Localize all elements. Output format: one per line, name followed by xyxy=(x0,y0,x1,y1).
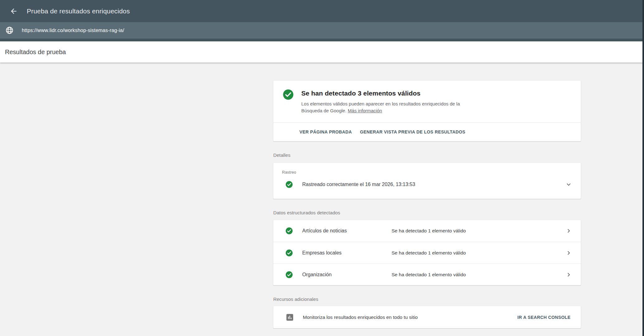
structured-data-row-organization[interactable]: Organización Se ha detectado 1 elemento … xyxy=(273,264,581,285)
resources-section-label: Recursos adicionales xyxy=(273,296,581,302)
bar-chart-icon xyxy=(286,313,294,321)
url-bar[interactable]: https://www.lidr.co/workshop-sistemas-ra… xyxy=(0,22,644,39)
crawl-status-row[interactable]: Rastreado correctamente el 16 mar 2026, … xyxy=(273,175,581,194)
structured-type-status: Se ha detectado 1 elemento válido xyxy=(392,250,466,256)
structured-type-name: Empresas locales xyxy=(302,250,392,256)
structured-data-section-label: Datos estructurados detectados xyxy=(273,210,581,215)
structured-data-row-news-articles[interactable]: Artículos de noticias Se ha detectado 1 … xyxy=(273,220,581,242)
structured-data-card: Artículos de noticias Se ha detectado 1 … xyxy=(273,220,581,285)
valid-check-icon xyxy=(285,249,293,257)
crawl-group-label: Rastreo xyxy=(273,170,581,175)
summary-text: Se han detectado 3 elementos válidos Los… xyxy=(301,89,480,114)
rich-results-test-window: Prueba de resultados enriquecidos https:… xyxy=(0,0,644,336)
crawl-status-text: Rastreado correctamente el 16 mar 2026, … xyxy=(302,182,415,187)
chevron-down-icon xyxy=(565,181,572,188)
go-to-search-console-button[interactable]: IR A SEARCH CONSOLE xyxy=(515,312,573,322)
chevron-right-icon xyxy=(565,227,572,235)
scrollbar[interactable] xyxy=(642,0,644,336)
more-info-link[interactable]: Más información xyxy=(348,108,382,113)
summary-body: Se han detectado 3 elementos válidos Los… xyxy=(273,81,581,122)
summary-title: Se han detectado 3 elementos válidos xyxy=(301,90,480,97)
structured-data-row-local-business[interactable]: Empresas locales Se ha detectado 1 eleme… xyxy=(273,242,581,264)
resources-item-text: Monitoriza los resultados enriquecidos e… xyxy=(303,315,418,320)
app-title: Prueba de resultados enriquecidos xyxy=(27,7,130,15)
results-column: Se han detectado 3 elementos válidos Los… xyxy=(273,63,581,328)
summary-card: Se han detectado 3 elementos válidos Los… xyxy=(273,81,581,141)
resources-card: Monitoriza los resultados enriquecidos e… xyxy=(273,306,581,328)
preview-results-button[interactable]: GENERAR VISTA PREVIA DE LOS RESULTADOS xyxy=(357,127,468,137)
crawl-check-icon xyxy=(285,181,293,188)
chevron-right-icon xyxy=(565,271,572,278)
view-tested-page-button[interactable]: VER PÁGINA PROBADA xyxy=(297,127,354,137)
valid-check-icon xyxy=(285,227,293,235)
tested-url: https://www.lidr.co/workshop-sistemas-ra… xyxy=(22,28,124,33)
valid-check-icon xyxy=(285,271,293,278)
summary-description: Los elementos válidos pueden aparecer en… xyxy=(301,100,480,114)
chevron-right-icon xyxy=(565,249,572,257)
summary-actions: VER PÁGINA PROBADA GENERAR VISTA PREVIA … xyxy=(273,122,581,141)
structured-type-status: Se ha detectado 1 elemento válido xyxy=(392,228,466,234)
content-area: Se han detectado 3 elementos válidos Los… xyxy=(0,63,644,336)
results-toolbar: Resultados de prueba xyxy=(0,41,644,63)
structured-type-name: Artículos de noticias xyxy=(302,228,392,234)
arrow-back-icon xyxy=(10,7,18,15)
back-button[interactable] xyxy=(7,5,20,17)
structured-type-name: Organización xyxy=(302,272,392,278)
success-check-icon xyxy=(283,89,294,100)
details-section-label: Detalles xyxy=(273,152,581,158)
structured-type-status: Se ha detectado 1 elemento válido xyxy=(392,272,466,278)
app-header: Prueba de resultados enriquecidos xyxy=(0,0,644,22)
results-toolbar-title: Resultados de prueba xyxy=(5,49,66,56)
header-shadow-strip xyxy=(0,39,644,41)
crawl-details-card: Rastreo Rastreado correctamente el 16 ma… xyxy=(273,163,581,199)
globe-icon xyxy=(5,26,14,35)
